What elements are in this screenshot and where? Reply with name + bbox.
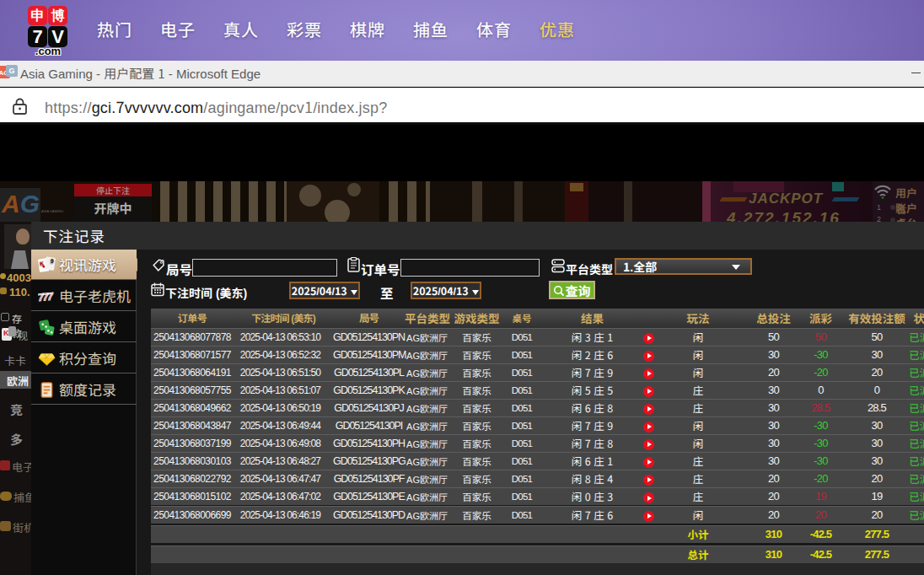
svg-text:777: 777 — [38, 290, 55, 304]
